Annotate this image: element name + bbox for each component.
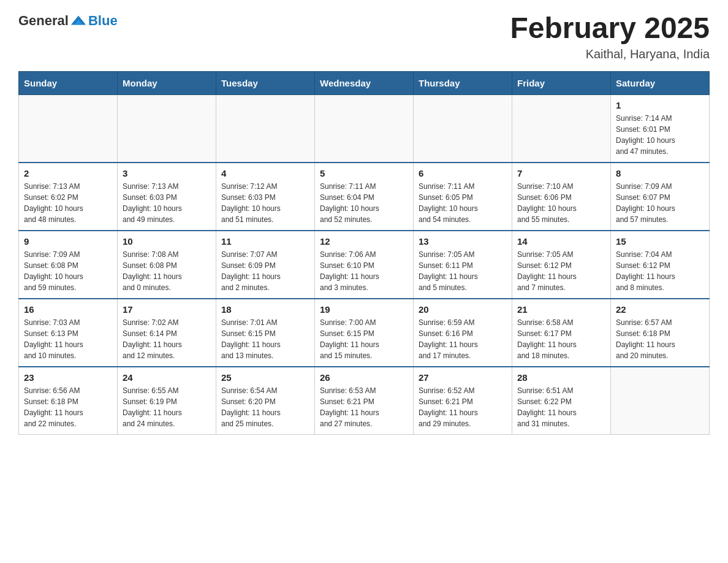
calendar-cell: 19Sunrise: 7:00 AM Sunset: 6:15 PM Dayli… [315,299,414,367]
calendar-cell: 4Sunrise: 7:12 AM Sunset: 6:03 PM Daylig… [216,163,315,231]
day-info: Sunrise: 7:05 AM Sunset: 6:12 PM Dayligh… [517,249,605,293]
header-thursday: Thursday [414,71,512,94]
day-info: Sunrise: 6:59 AM Sunset: 6:16 PM Dayligh… [419,317,507,361]
day-info: Sunrise: 6:56 AM Sunset: 6:18 PM Dayligh… [24,385,112,429]
day-info: Sunrise: 7:14 AM Sunset: 6:01 PM Dayligh… [616,113,704,157]
day-info: Sunrise: 6:53 AM Sunset: 6:21 PM Dayligh… [320,385,408,429]
day-info: Sunrise: 7:11 AM Sunset: 6:05 PM Dayligh… [419,181,507,225]
header-wednesday: Wednesday [315,71,414,94]
day-number: 8 [616,168,704,178]
calendar-week-row: 16Sunrise: 7:03 AM Sunset: 6:13 PM Dayli… [19,299,710,367]
header-tuesday: Tuesday [216,71,315,94]
day-number: 10 [123,236,211,247]
day-info: Sunrise: 7:13 AM Sunset: 6:03 PM Dayligh… [123,181,211,225]
calendar-cell: 25Sunrise: 6:54 AM Sunset: 6:20 PM Dayli… [216,367,315,435]
calendar-cell: 26Sunrise: 6:53 AM Sunset: 6:21 PM Dayli… [315,367,414,435]
calendar-week-row: 1Sunrise: 7:14 AM Sunset: 6:01 PM Daylig… [19,94,710,163]
calendar-cell: 2Sunrise: 7:13 AM Sunset: 6:02 PM Daylig… [19,163,118,231]
day-number: 17 [123,304,211,315]
logo-blue: Blue [88,13,118,29]
day-number: 5 [320,168,408,178]
calendar-table: Sunday Monday Tuesday Wednesday Thursday… [18,71,710,435]
day-number: 7 [517,168,605,178]
day-info: Sunrise: 7:12 AM Sunset: 6:03 PM Dayligh… [221,181,309,225]
calendar-cell: 22Sunrise: 6:57 AM Sunset: 6:18 PM Dayli… [611,299,710,367]
day-number: 13 [419,236,507,247]
day-info: Sunrise: 6:57 AM Sunset: 6:18 PM Dayligh… [616,317,704,361]
day-info: Sunrise: 7:10 AM Sunset: 6:06 PM Dayligh… [517,181,605,225]
page-header: General Blue February 2025 Kaithal, Hary… [18,12,710,61]
day-info: Sunrise: 7:02 AM Sunset: 6:14 PM Dayligh… [123,317,211,361]
day-info: Sunrise: 7:07 AM Sunset: 6:09 PM Dayligh… [221,249,309,293]
calendar-cell [19,94,118,163]
calendar-week-row: 9Sunrise: 7:09 AM Sunset: 6:08 PM Daylig… [19,231,710,299]
calendar-cell: 28Sunrise: 6:51 AM Sunset: 6:22 PM Dayli… [512,367,611,435]
day-number: 15 [616,236,704,247]
day-info: Sunrise: 7:04 AM Sunset: 6:12 PM Dayligh… [616,249,704,293]
day-info: Sunrise: 7:08 AM Sunset: 6:08 PM Dayligh… [123,249,211,293]
logo-icon [70,12,87,29]
day-info: Sunrise: 6:51 AM Sunset: 6:22 PM Dayligh… [517,385,605,429]
header-friday: Friday [512,71,611,94]
calendar-cell: 27Sunrise: 6:52 AM Sunset: 6:21 PM Dayli… [414,367,512,435]
day-number: 9 [24,236,112,247]
day-number: 2 [24,168,112,178]
month-title: February 2025 [510,12,710,45]
calendar-body: 1Sunrise: 7:14 AM Sunset: 6:01 PM Daylig… [19,94,710,434]
day-info: Sunrise: 7:13 AM Sunset: 6:02 PM Dayligh… [24,181,112,225]
day-number: 20 [419,304,507,315]
calendar-cell [118,94,216,163]
calendar-cell: 18Sunrise: 7:01 AM Sunset: 6:15 PM Dayli… [216,299,315,367]
calendar-cell: 1Sunrise: 7:14 AM Sunset: 6:01 PM Daylig… [611,94,710,163]
header-sunday: Sunday [19,71,118,94]
day-number: 23 [24,372,112,383]
calendar-cell: 3Sunrise: 7:13 AM Sunset: 6:03 PM Daylig… [118,163,216,231]
header-saturday: Saturday [611,71,710,94]
logo: General Blue [18,12,118,29]
calendar-cell: 10Sunrise: 7:08 AM Sunset: 6:08 PM Dayli… [118,231,216,299]
calendar-header: Sunday Monday Tuesday Wednesday Thursday… [19,71,710,94]
calendar-cell [512,94,611,163]
day-number: 3 [123,168,211,178]
calendar-cell [414,94,512,163]
calendar-cell: 20Sunrise: 6:59 AM Sunset: 6:16 PM Dayli… [414,299,512,367]
calendar-cell: 11Sunrise: 7:07 AM Sunset: 6:09 PM Dayli… [216,231,315,299]
calendar-cell: 17Sunrise: 7:02 AM Sunset: 6:14 PM Dayli… [118,299,216,367]
calendar-cell: 14Sunrise: 7:05 AM Sunset: 6:12 PM Dayli… [512,231,611,299]
day-info: Sunrise: 6:55 AM Sunset: 6:19 PM Dayligh… [123,385,211,429]
day-number: 25 [221,372,309,383]
calendar-cell: 21Sunrise: 6:58 AM Sunset: 6:17 PM Dayli… [512,299,611,367]
day-number: 6 [419,168,507,178]
day-number: 28 [517,372,605,383]
calendar-cell [216,94,315,163]
calendar-cell: 12Sunrise: 7:06 AM Sunset: 6:10 PM Dayli… [315,231,414,299]
calendar-cell: 9Sunrise: 7:09 AM Sunset: 6:08 PM Daylig… [19,231,118,299]
day-info: Sunrise: 7:01 AM Sunset: 6:15 PM Dayligh… [221,317,309,361]
header-monday: Monday [118,71,216,94]
day-info: Sunrise: 7:05 AM Sunset: 6:11 PM Dayligh… [419,249,507,293]
day-number: 12 [320,236,408,247]
location-title: Kaithal, Haryana, India [510,47,710,61]
day-info: Sunrise: 7:11 AM Sunset: 6:04 PM Dayligh… [320,181,408,225]
calendar-cell: 13Sunrise: 7:05 AM Sunset: 6:11 PM Dayli… [414,231,512,299]
day-number: 22 [616,304,704,315]
calendar-cell [315,94,414,163]
weekday-row: Sunday Monday Tuesday Wednesday Thursday… [19,71,710,94]
day-info: Sunrise: 6:58 AM Sunset: 6:17 PM Dayligh… [517,317,605,361]
title-area: February 2025 Kaithal, Haryana, India [510,12,710,61]
calendar-cell: 7Sunrise: 7:10 AM Sunset: 6:06 PM Daylig… [512,163,611,231]
day-info: Sunrise: 6:52 AM Sunset: 6:21 PM Dayligh… [419,385,507,429]
day-number: 11 [221,236,309,247]
day-number: 16 [24,304,112,315]
calendar-cell: 6Sunrise: 7:11 AM Sunset: 6:05 PM Daylig… [414,163,512,231]
calendar-week-row: 2Sunrise: 7:13 AM Sunset: 6:02 PM Daylig… [19,163,710,231]
calendar-week-row: 23Sunrise: 6:56 AM Sunset: 6:18 PM Dayli… [19,367,710,435]
day-info: Sunrise: 7:03 AM Sunset: 6:13 PM Dayligh… [24,317,112,361]
calendar-cell: 23Sunrise: 6:56 AM Sunset: 6:18 PM Dayli… [19,367,118,435]
calendar-cell: 24Sunrise: 6:55 AM Sunset: 6:19 PM Dayli… [118,367,216,435]
calendar-cell [611,367,710,435]
day-number: 1 [616,100,704,110]
day-number: 21 [517,304,605,315]
day-number: 27 [419,372,507,383]
day-info: Sunrise: 7:06 AM Sunset: 6:10 PM Dayligh… [320,249,408,293]
